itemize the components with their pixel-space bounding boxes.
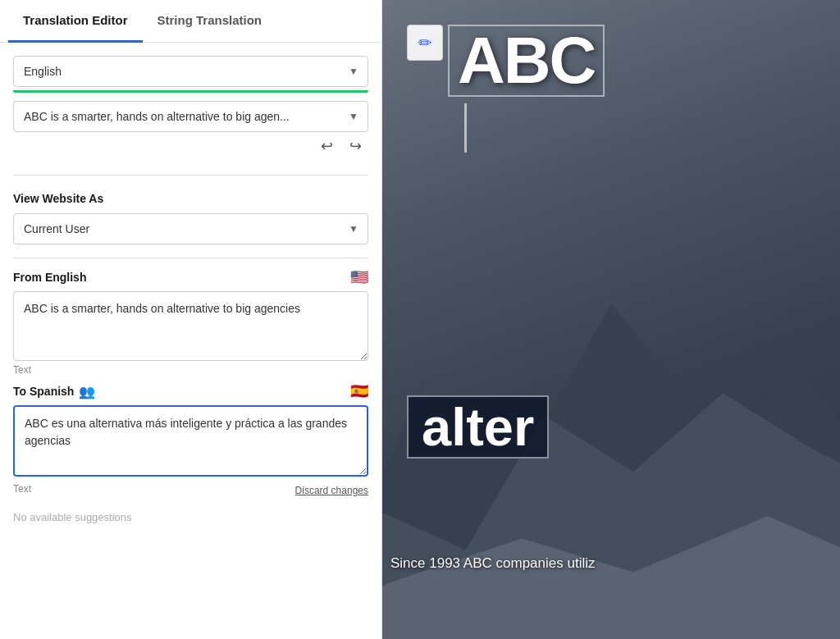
- to-field-type: Text: [13, 483, 31, 495]
- undo-button[interactable]: ↩: [317, 135, 336, 157]
- view-as-select[interactable]: Current User: [13, 213, 368, 244]
- suggestions-label: No available suggestions: [13, 511, 368, 523]
- abc-text: ABC: [458, 24, 595, 97]
- preview-content: ✏ ABC alter Since 1993 ABC companies uti…: [382, 0, 840, 639]
- users-icon: 👥: [79, 384, 95, 399]
- language-select[interactable]: English: [13, 56, 368, 87]
- from-lang-label: From English: [13, 271, 86, 284]
- tab-string-translation[interactable]: String Translation: [143, 0, 277, 43]
- discard-changes-button[interactable]: Discard changes: [295, 485, 368, 496]
- preview-panel: ✏ ABC alter Since 1993 ABC companies uti…: [382, 0, 840, 639]
- from-lang-row: From English 🇺🇸: [13, 268, 368, 286]
- undo-redo-bar: ↩ ↪: [13, 135, 368, 157]
- pencil-icon: ✏: [418, 33, 432, 52]
- tab-translation-editor[interactable]: Translation Editor: [8, 0, 143, 43]
- to-text-area[interactable]: [13, 405, 368, 477]
- to-flag-icon: 🇪🇸: [350, 382, 368, 400]
- alter-block: alter: [407, 395, 549, 459]
- string-select[interactable]: ABC is a smarter, hands on alternative t…: [13, 101, 368, 132]
- alter-text: alter: [422, 397, 534, 457]
- view-as-select-wrapper: Current User ▼: [13, 213, 368, 244]
- to-lang-label: To Spanish 👥: [13, 384, 95, 399]
- language-progress-bar: [13, 90, 368, 93]
- divider-1: [13, 175, 368, 176]
- edit-icon-box[interactable]: ✏: [407, 25, 443, 61]
- tabs-bar: Translation Editor String Translation: [0, 0, 381, 43]
- discard-row: Text Discard changes: [13, 480, 368, 501]
- to-lang-row: To Spanish 👥 🇪🇸: [13, 382, 368, 400]
- view-website-label: View Website As: [13, 192, 368, 205]
- left-panel: Translation Editor String Translation En…: [0, 0, 382, 639]
- divider-2: [13, 258, 368, 258]
- since-text: Since 1993 ABC companies utiliz: [390, 553, 595, 574]
- from-text-area[interactable]: [13, 291, 368, 361]
- language-select-wrapper: English ▼: [13, 56, 368, 87]
- from-flag-icon: 🇺🇸: [350, 268, 368, 286]
- string-select-wrapper: ABC is a smarter, hands on alternative t…: [13, 101, 368, 132]
- from-field-type: Text: [13, 364, 368, 376]
- panel-body: English ▼ ABC is a smarter, hands on alt…: [0, 43, 381, 639]
- redo-button[interactable]: ↪: [346, 135, 365, 157]
